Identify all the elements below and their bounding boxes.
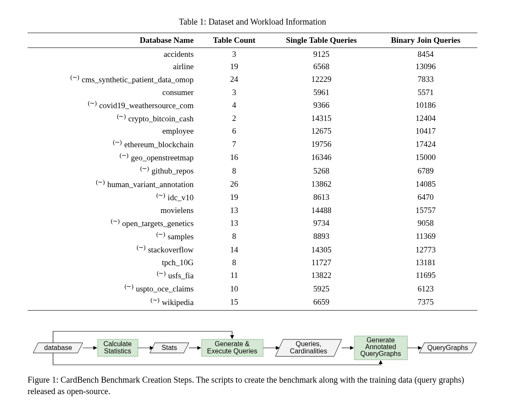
- cell-db-name: (∼) wikipedia: [28, 295, 199, 311]
- label-gen-exec-l1: Generate &: [215, 340, 250, 347]
- db-name-text: tpch_10G: [162, 258, 194, 267]
- table-row: (∼) usfs_fia111382211695: [28, 269, 477, 282]
- table-row: (∼) ethereum_blockchain71975617424: [28, 137, 477, 151]
- cell-binary-queries: 11695: [374, 269, 477, 282]
- cell-table-count: 19: [199, 60, 269, 73]
- table-row: (∼) crypto_bitcoin_cash21431512404: [28, 112, 477, 125]
- cell-table-count: 3: [199, 86, 269, 98]
- cell-single-queries: 13822: [269, 269, 374, 282]
- tilde-marker: (∼): [157, 270, 165, 277]
- tilde-marker: (∼): [120, 152, 128, 159]
- cell-single-queries: 8613: [269, 190, 374, 204]
- cell-binary-queries: 6470: [374, 190, 477, 204]
- cell-single-queries: 9734: [269, 216, 374, 230]
- cell-binary-queries: 5571: [374, 86, 477, 98]
- cell-single-queries: 9366: [269, 98, 374, 112]
- label-gen-ann-l2: Annotated: [365, 343, 396, 350]
- label-gen-ann-l3: QueryGraphs: [360, 350, 401, 357]
- cell-binary-queries: 11369: [374, 230, 477, 243]
- table-row: (∼) stackoverflow141430512773: [28, 243, 477, 256]
- cell-single-queries: 5268: [269, 164, 374, 177]
- cell-binary-queries: 15000: [374, 151, 477, 164]
- tilde-marker: (∼): [70, 74, 79, 81]
- table-row: employee61267510417: [28, 125, 477, 137]
- db-name-text: accidents: [164, 50, 194, 59]
- cell-table-count: 14: [199, 243, 269, 256]
- table-header-row: Database Name Table Count Single Table Q…: [28, 33, 477, 48]
- header-binary-queries: Binary Join Queries: [374, 33, 477, 48]
- cell-binary-queries: 15757: [374, 204, 477, 216]
- header-table-count: Table Count: [199, 33, 269, 48]
- cell-db-name: (∼) idc_v10: [28, 190, 199, 204]
- table-row: movielens131448815757: [28, 204, 477, 216]
- label-database: database: [44, 344, 72, 351]
- cell-db-name: (∼) crypto_bitcoin_cash: [28, 112, 199, 125]
- table-row: accidents391258454: [28, 48, 477, 61]
- tilde-marker: (∼): [140, 165, 149, 172]
- cell-binary-queries: 13096: [374, 60, 477, 73]
- label-querygraphs: QueryGraphs: [427, 344, 468, 351]
- cell-table-count: 7: [199, 137, 269, 151]
- table-row: airline19656813096: [28, 60, 477, 73]
- db-name-text: idc_v10: [168, 193, 194, 202]
- cell-table-count: 13: [199, 204, 269, 216]
- cell-single-queries: 5961: [269, 86, 374, 98]
- tilde-marker: (∼): [124, 283, 133, 290]
- cell-binary-queries: 13181: [374, 256, 477, 269]
- table-row: (∼) samples8889311369: [28, 230, 477, 243]
- db-name-text: stackoverflow: [148, 246, 194, 255]
- cell-binary-queries: 12773: [374, 243, 477, 256]
- cell-table-count: 15: [199, 295, 269, 311]
- cell-db-name: consumer: [28, 86, 199, 98]
- tilde-marker: (∼): [156, 192, 165, 199]
- cell-binary-queries: 17424: [374, 137, 477, 151]
- cell-db-name: (∼) usfs_fia: [28, 269, 199, 282]
- cell-db-name: (∼) stackoverflow: [28, 243, 199, 256]
- cell-binary-queries: 10417: [374, 125, 477, 137]
- db-name-text: movielens: [160, 206, 194, 215]
- cell-table-count: 6: [199, 125, 269, 137]
- cell-single-queries: 6568: [269, 60, 374, 73]
- tilde-marker: (∼): [137, 244, 145, 251]
- cell-db-name: (∼) cms_synthetic_patient_data_omop: [28, 73, 199, 86]
- cell-db-name: (∼) covid19_weathersource_com: [28, 98, 199, 112]
- cell-table-count: 8: [199, 256, 269, 269]
- tilde-marker: (∼): [156, 231, 165, 238]
- cell-table-count: 24: [199, 73, 269, 86]
- tilde-marker: (∼): [151, 297, 159, 303]
- db-name-text: cms_synthetic_patient_data_omop: [81, 75, 194, 84]
- cell-db-name: (∼) open_targets_genetics: [28, 216, 199, 230]
- cell-db-name: (∼) ethereum_blockchain: [28, 137, 199, 151]
- cell-db-name: tpch_10G: [28, 256, 199, 269]
- cell-table-count: 4: [199, 98, 269, 112]
- cell-table-count: 26: [199, 177, 269, 190]
- db-name-text: human_variant_annotation: [107, 180, 194, 189]
- cell-table-count: 8: [199, 230, 269, 243]
- cell-db-name: movielens: [28, 204, 199, 216]
- db-name-text: uspto_oce_claims: [136, 285, 194, 294]
- db-name-text: samples: [168, 232, 194, 241]
- cell-table-count: 8: [199, 164, 269, 177]
- cell-db-name: (∼) uspto_oce_claims: [28, 282, 199, 295]
- cell-db-name: employee: [28, 125, 199, 137]
- table-row: (∼) wikipedia1566597375: [28, 295, 477, 311]
- label-queries-l2: Cardinalities: [290, 347, 327, 355]
- cell-table-count: 10: [199, 282, 269, 295]
- db-name-text: employee: [162, 126, 194, 135]
- header-single-queries: Single Table Queries: [269, 33, 374, 48]
- cell-single-queries: 12675: [269, 125, 374, 137]
- label-calc-stats-l2: Statistics: [104, 347, 131, 355]
- cell-single-queries: 6659: [269, 295, 374, 311]
- cell-single-queries: 13862: [269, 177, 374, 190]
- db-name-text: wikipedia: [162, 298, 194, 307]
- table-row: (∼) geo_openstreetmap161634615000: [28, 151, 477, 164]
- tilde-marker: (∼): [96, 179, 104, 185]
- cell-binary-queries: 6123: [374, 282, 477, 295]
- figure-container: database Calculate Statistics Stats Gene…: [25, 327, 480, 397]
- table-row: consumer359615571: [28, 86, 477, 98]
- cell-db-name: (∼) github_repos: [28, 164, 199, 177]
- table-row: tpch_10G81172713181: [28, 256, 477, 269]
- cell-binary-queries: 7375: [374, 295, 477, 311]
- cell-binary-queries: 6789: [374, 164, 477, 177]
- cell-binary-queries: 8454: [374, 48, 477, 61]
